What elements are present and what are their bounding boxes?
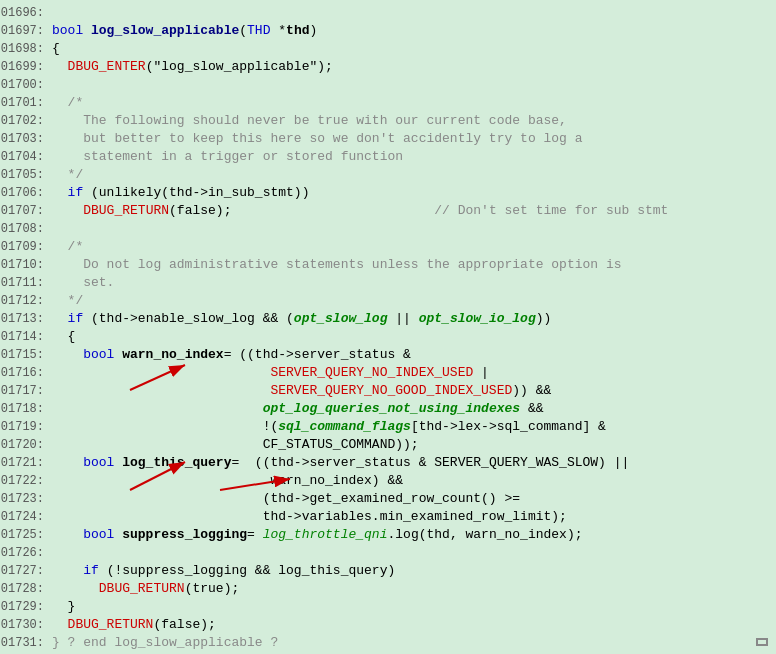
line-content: { bbox=[52, 328, 776, 346]
line-number: 01698: bbox=[0, 40, 52, 58]
line-content: */ bbox=[52, 166, 776, 184]
line-number: 01712: bbox=[0, 292, 52, 310]
line-number: 01721: bbox=[0, 454, 52, 472]
line-number: 01697: bbox=[0, 22, 52, 40]
line-content: DBUG_RETURN(true); bbox=[52, 580, 776, 598]
line-content: DBUG_ENTER("log_slow_applicable"); bbox=[52, 58, 776, 76]
line-number: 01709: bbox=[0, 238, 52, 256]
line-number: 01718: bbox=[0, 400, 52, 418]
table-row: 01716: SERVER_QUERY_NO_INDEX_USED | bbox=[0, 364, 776, 382]
line-number: 01730: bbox=[0, 616, 52, 634]
table-row: 01706: if (unlikely(thd->in_sub_stmt)) bbox=[0, 184, 776, 202]
line-number: 01722: bbox=[0, 472, 52, 490]
line-content: Do not log administrative statements unl… bbox=[52, 256, 776, 274]
line-content: bool warn_no_index= ((thd->server_status… bbox=[52, 346, 776, 364]
line-number: 01711: bbox=[0, 274, 52, 292]
line-content: bool log_slow_applicable(THD *thd) bbox=[52, 22, 776, 40]
table-row: 01728: DBUG_RETURN(true); bbox=[0, 580, 776, 598]
table-row: 01704: statement in a trigger or stored … bbox=[0, 148, 776, 166]
table-row: 01731:} ? end log_slow_applicable ? bbox=[0, 634, 776, 652]
line-number: 01701: bbox=[0, 94, 52, 112]
table-row: 01715: bool warn_no_index= ((thd->server… bbox=[0, 346, 776, 364]
line-number: 01717: bbox=[0, 382, 52, 400]
table-row: 01713: if (thd->enable_slow_log && (opt_… bbox=[0, 310, 776, 328]
line-number: 01729: bbox=[0, 598, 52, 616]
line-number: 01720: bbox=[0, 436, 52, 454]
line-content: (thd->get_examined_row_count() >= bbox=[52, 490, 776, 508]
table-row: 01719: !(sql_command_flags[thd->lex->sql… bbox=[0, 418, 776, 436]
table-row: 01696: bbox=[0, 4, 776, 22]
code-lines: 01696:01697:bool log_slow_applicable(THD… bbox=[0, 4, 776, 652]
line-number: 01703: bbox=[0, 130, 52, 148]
line-number: 01728: bbox=[0, 580, 52, 598]
line-content: SERVER_QUERY_NO_INDEX_USED | bbox=[52, 364, 776, 382]
table-row: 01718: opt_log_queries_not_using_indexes… bbox=[0, 400, 776, 418]
line-content: thd->variables.min_examined_row_limit); bbox=[52, 508, 776, 526]
table-row: 01720: CF_STATUS_COMMAND)); bbox=[0, 436, 776, 454]
line-number: 01724: bbox=[0, 508, 52, 526]
table-row: 01701: /* bbox=[0, 94, 776, 112]
line-content: { bbox=[52, 40, 776, 58]
table-row: 01721: bool log_this_query= ((thd->serve… bbox=[0, 454, 776, 472]
line-content: DBUG_RETURN(false); // Don't set time fo… bbox=[52, 202, 776, 220]
line-number: 01707: bbox=[0, 202, 52, 220]
line-content: !(sql_command_flags[thd->lex->sql_comman… bbox=[52, 418, 776, 436]
line-number: 01696: bbox=[0, 4, 52, 22]
table-row: 01709: /* bbox=[0, 238, 776, 256]
table-row: 01727: if (!suppress_logging && log_this… bbox=[0, 562, 776, 580]
table-row: 01725: bool suppress_logging= log_thrott… bbox=[0, 526, 776, 544]
line-number: 01705: bbox=[0, 166, 52, 184]
line-number: 01714: bbox=[0, 328, 52, 346]
table-row: 01726: bbox=[0, 544, 776, 562]
line-content: /* bbox=[52, 94, 776, 112]
line-content: warn_no_index) && bbox=[52, 472, 776, 490]
table-row: 01723: (thd->get_examined_row_count() >= bbox=[0, 490, 776, 508]
table-row: 01711: set. bbox=[0, 274, 776, 292]
line-content: SERVER_QUERY_NO_GOOD_INDEX_USED)) && bbox=[52, 382, 776, 400]
table-row: 01698:{ bbox=[0, 40, 776, 58]
line-number: 01726: bbox=[0, 544, 52, 562]
line-number: 01723: bbox=[0, 490, 52, 508]
line-number: 01715: bbox=[0, 346, 52, 364]
table-row: 01712: */ bbox=[0, 292, 776, 310]
line-content: } bbox=[52, 598, 776, 616]
line-content: } ? end log_slow_applicable ? bbox=[52, 634, 776, 652]
line-content: if (unlikely(thd->in_sub_stmt)) bbox=[52, 184, 776, 202]
table-row: 01730: DBUG_RETURN(false); bbox=[0, 616, 776, 634]
line-number: 01725: bbox=[0, 526, 52, 544]
line-content: if (!suppress_logging && log_this_query) bbox=[52, 562, 776, 580]
table-row: 01717: SERVER_QUERY_NO_GOOD_INDEX_USED))… bbox=[0, 382, 776, 400]
line-content: but better to keep this here so we don't… bbox=[52, 130, 776, 148]
line-content: DBUG_RETURN(false); bbox=[52, 616, 776, 634]
line-number: 01706: bbox=[0, 184, 52, 202]
line-content: set. bbox=[52, 274, 776, 292]
table-row: 01702: The following should never be tru… bbox=[0, 112, 776, 130]
line-number: 01702: bbox=[0, 112, 52, 130]
watermark bbox=[756, 638, 768, 648]
table-row: 01707: DBUG_RETURN(false); // Don't set … bbox=[0, 202, 776, 220]
table-row: 01703: but better to keep this here so w… bbox=[0, 130, 776, 148]
table-row: 01705: */ bbox=[0, 166, 776, 184]
code-container: 01696:01697:bool log_slow_applicable(THD… bbox=[0, 0, 776, 654]
line-content: /* bbox=[52, 238, 776, 256]
table-row: 01700: bbox=[0, 76, 776, 94]
line-content: The following should never be true with … bbox=[52, 112, 776, 130]
line-content: bool suppress_logging= log_throttle_qni.… bbox=[52, 526, 776, 544]
line-content: */ bbox=[52, 292, 776, 310]
table-row: 01697:bool log_slow_applicable(THD *thd) bbox=[0, 22, 776, 40]
table-row: 01708: bbox=[0, 220, 776, 238]
line-content: bool log_this_query= ((thd->server_statu… bbox=[52, 454, 776, 472]
line-number: 01713: bbox=[0, 310, 52, 328]
table-row: 01722: warn_no_index) && bbox=[0, 472, 776, 490]
line-number: 01710: bbox=[0, 256, 52, 274]
table-row: 01714: { bbox=[0, 328, 776, 346]
line-number: 01700: bbox=[0, 76, 52, 94]
line-content: opt_log_queries_not_using_indexes && bbox=[52, 400, 776, 418]
line-content: statement in a trigger or stored functio… bbox=[52, 148, 776, 166]
line-number: 01704: bbox=[0, 148, 52, 166]
line-number: 01731: bbox=[0, 634, 52, 652]
line-content: CF_STATUS_COMMAND)); bbox=[52, 436, 776, 454]
line-number: 01727: bbox=[0, 562, 52, 580]
table-row: 01710: Do not log administrative stateme… bbox=[0, 256, 776, 274]
table-row: 01724: thd->variables.min_examined_row_l… bbox=[0, 508, 776, 526]
